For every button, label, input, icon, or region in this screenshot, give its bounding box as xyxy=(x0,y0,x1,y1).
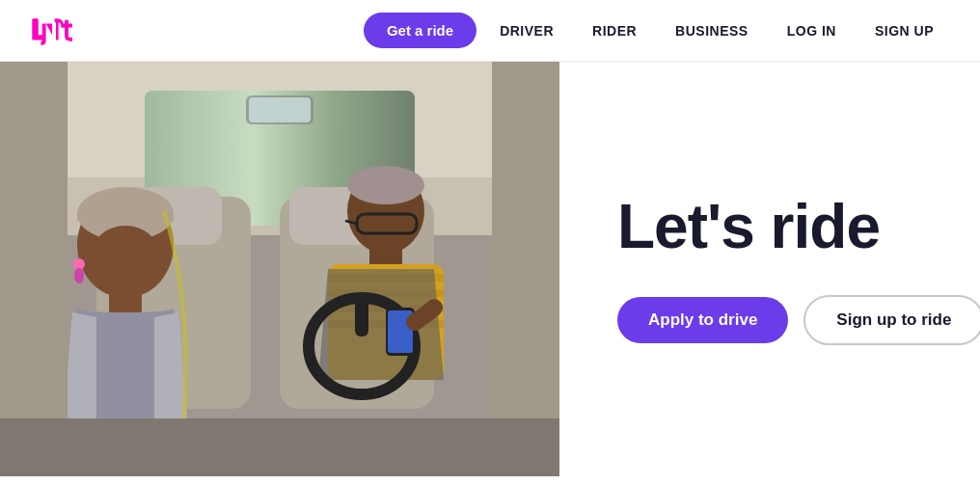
svg-rect-22 xyxy=(355,298,368,337)
svg-rect-27 xyxy=(109,288,142,312)
car-interior-illustration xyxy=(0,62,559,476)
nav-business-link[interactable]: BUSINESS xyxy=(660,13,764,48)
nav-driver-link[interactable]: DRIVER xyxy=(484,13,569,48)
navbar: Get a ride DRIVER RIDER BUSINESS LOG IN … xyxy=(0,0,980,62)
nav-login-link[interactable]: LOG IN xyxy=(772,13,852,48)
apply-to-drive-button[interactable]: Apply to drive xyxy=(617,297,788,343)
lyft-logo xyxy=(31,13,81,48)
svg-rect-10 xyxy=(249,97,311,122)
svg-point-30 xyxy=(92,226,159,283)
logo-container[interactable] xyxy=(31,13,81,48)
nav-signup-link[interactable]: SIGN UP xyxy=(859,13,949,48)
svg-point-12 xyxy=(347,166,424,204)
hero-section: Let's ride Apply to drive Sign up to rid… xyxy=(0,62,980,476)
svg-rect-32 xyxy=(492,62,559,476)
sign-up-to-ride-button[interactable]: Sign up to ride xyxy=(803,295,980,345)
hero-cta-buttons: Apply to drive Sign up to ride xyxy=(617,295,980,345)
nav-rider-link[interactable]: RIDER xyxy=(577,13,652,48)
svg-rect-33 xyxy=(0,418,559,476)
svg-point-29 xyxy=(74,268,84,283)
svg-rect-31 xyxy=(0,62,68,476)
hero-text-content: Let's ride Apply to drive Sign up to rid… xyxy=(559,193,980,345)
get-a-ride-button[interactable]: Get a ride xyxy=(364,13,476,48)
hero-image xyxy=(0,62,559,476)
hero-title: Let's ride xyxy=(617,193,880,260)
nav-links: Get a ride DRIVER RIDER BUSINESS LOG IN … xyxy=(364,13,949,48)
